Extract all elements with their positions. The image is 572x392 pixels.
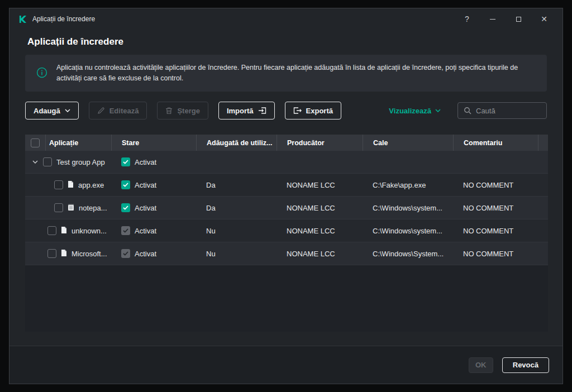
info-banner: Aplicația nu controlează activitățile ap…	[25, 55, 547, 92]
column-header-path: Cale	[363, 135, 453, 151]
status-label: Activat	[135, 250, 156, 258]
status-checkbox-disabled[interactable]	[121, 226, 130, 235]
column-header-state: Stare	[111, 135, 196, 151]
column-header-producer: Producător	[277, 135, 363, 151]
applications-table: Aplicație Stare Adăugată de utiliz... Pr…	[25, 135, 548, 332]
file-icon	[68, 180, 74, 190]
producer-cell: NONAME LCC	[277, 204, 363, 212]
footer-bar: OK Revocă	[9, 346, 563, 384]
info-text: Aplicația nu controlează activitățile ap…	[56, 63, 533, 84]
maximize-icon[interactable]	[506, 11, 531, 27]
view-dropdown[interactable]: Vizualizează	[389, 107, 441, 115]
table-row[interactable]: Microsoft... Activat Nu NONAME LCC C:\Wi…	[25, 242, 548, 265]
page-title: Aplicații de încredere	[27, 36, 545, 47]
window-controls: ? ✕	[454, 11, 557, 27]
chevron-down-icon	[65, 109, 70, 112]
row-checkbox[interactable]	[47, 249, 56, 258]
row-checkbox[interactable]	[43, 157, 52, 166]
import-button[interactable]: Importă	[218, 102, 275, 119]
producer-cell: NONAME LCC	[277, 250, 363, 258]
export-icon	[293, 107, 302, 114]
minimize-icon[interactable]	[480, 11, 506, 27]
trash-icon	[165, 107, 173, 114]
status-checkbox-disabled[interactable]	[121, 249, 130, 258]
added-cell: Da	[196, 204, 277, 212]
status-checkbox[interactable]	[121, 157, 130, 166]
row-checkbox[interactable]	[54, 180, 63, 189]
search-input[interactable]	[476, 107, 541, 115]
path-cell: C:\Windows\system...	[363, 227, 453, 235]
notepad-icon	[68, 203, 74, 213]
app-name: Microsoft...	[72, 250, 107, 258]
title-bar: Aplicații de încredere ? ✕	[9, 8, 563, 30]
add-button[interactable]: Adaugă	[25, 102, 79, 119]
file-icon	[61, 249, 67, 259]
added-cell: Nu	[196, 250, 277, 258]
search-icon	[464, 107, 471, 114]
help-icon[interactable]: ?	[454, 11, 480, 27]
edit-button-label: Editează	[109, 107, 139, 115]
comment-cell: NO COMMENT	[453, 181, 538, 189]
content-spacer	[9, 332, 563, 346]
comment-cell: NO COMMENT	[453, 227, 538, 235]
file-icon	[61, 226, 67, 236]
path-cell: C:\Windows\System...	[363, 250, 453, 258]
column-header-added-by-user: Adăugată de utiliz...	[196, 135, 277, 151]
column-header-application: Aplicație	[45, 135, 111, 151]
comment-cell: NO COMMENT	[453, 204, 538, 212]
status-label: Activat	[135, 181, 156, 189]
group-name: Test group App	[56, 158, 105, 166]
export-button[interactable]: Exportă	[285, 102, 341, 119]
app-name: app.exe	[78, 181, 104, 189]
ok-button[interactable]: OK	[469, 357, 493, 373]
table-row[interactable]: notepa... Activat Da NONAME LCC C:\Windo…	[25, 197, 548, 219]
cancel-button[interactable]: Revocă	[502, 357, 549, 373]
app-name: notepa...	[79, 204, 107, 212]
export-button-label: Exportă	[306, 107, 333, 115]
producer-cell: NONAME LCC	[277, 227, 363, 235]
add-button-label: Adaugă	[34, 107, 60, 115]
edit-button[interactable]: Editează	[89, 102, 147, 119]
view-dropdown-label: Vizualizează	[389, 107, 431, 115]
table-row-group[interactable]: Test group App Activat	[25, 151, 548, 174]
import-icon	[258, 107, 266, 114]
table-row[interactable]: app.exe Activat Da NONAME LCC C:\Fake\ap…	[25, 174, 548, 197]
import-button-label: Importă	[227, 107, 254, 115]
app-window: Aplicații de încredere ? ✕ Aplicații de …	[9, 8, 563, 384]
comment-cell: NO COMMENT	[453, 250, 538, 258]
status-label: Activat	[135, 227, 156, 235]
added-cell: Da	[196, 181, 277, 189]
column-header-comment: Comentariu	[453, 135, 538, 151]
status-checkbox[interactable]	[121, 203, 130, 212]
added-cell: Nu	[196, 227, 277, 235]
status-label: Activat	[135, 204, 156, 212]
close-icon[interactable]: ✕	[531, 11, 557, 27]
table-row[interactable]: unknown... Activat Nu NONAME LCC C:\Wind…	[25, 219, 548, 242]
status-checkbox[interactable]	[121, 180, 130, 189]
delete-button[interactable]: Șterge	[157, 102, 208, 119]
select-all-checkbox[interactable]	[31, 138, 40, 147]
search-box	[457, 102, 547, 119]
info-icon	[36, 67, 47, 80]
chevron-down-icon	[435, 109, 441, 112]
delete-button-label: Șterge	[177, 107, 199, 115]
path-cell: C:\Windows\system...	[363, 204, 453, 212]
row-checkbox[interactable]	[54, 203, 63, 212]
producer-cell: NONAME LCC	[277, 181, 363, 189]
table-header: Aplicație Stare Adăugată de utiliz... Pr…	[25, 135, 548, 151]
pencil-icon	[97, 107, 105, 114]
toolbar: Adaugă Editează Șterge Importă Exportă V…	[25, 102, 547, 119]
expand-chevron-icon[interactable]	[32, 160, 39, 164]
app-name: unknown...	[72, 227, 107, 235]
path-cell: C:\Fake\app.exe	[363, 181, 453, 189]
window-title: Aplicații de încredere	[32, 15, 95, 23]
kaspersky-logo-icon	[18, 15, 27, 23]
row-checkbox[interactable]	[47, 226, 56, 235]
status-label: Activat	[135, 158, 156, 166]
